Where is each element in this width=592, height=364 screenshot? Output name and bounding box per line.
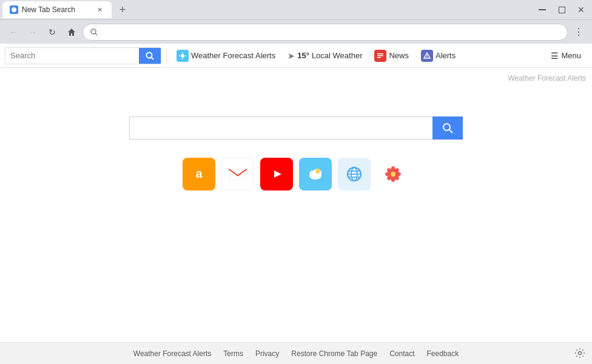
svg-point-7 — [181, 54, 184, 58]
svg-point-29 — [315, 169, 320, 174]
alerts-label: Alerts — [436, 51, 456, 60]
footer-privacy-link[interactable]: Privacy — [255, 349, 279, 358]
toolbar-search-input[interactable] — [5, 47, 139, 64]
weather-forecast-item[interactable]: Weather Forecast Alerts — [172, 47, 280, 64]
main-content: Weather Forecast Alerts a — [0, 68, 592, 342]
svg-rect-2 — [559, 7, 565, 13]
tab-title: New Tab Search — [22, 5, 75, 14]
news-item[interactable]: News — [369, 47, 414, 64]
settings-gear-icon[interactable] — [574, 347, 586, 359]
menu-button[interactable]: ☰ Menu — [545, 49, 587, 63]
footer-weather-link[interactable]: Weather Forecast Alerts — [133, 349, 212, 358]
quick-link-browser[interactable] — [338, 158, 371, 190]
svg-point-16 — [426, 57, 428, 58]
quick-link-youtube[interactable] — [260, 158, 293, 190]
quick-link-flower[interactable] — [377, 158, 409, 190]
svg-point-17 — [443, 124, 450, 130]
close-button[interactable]: ✕ — [573, 4, 590, 16]
svg-point-5 — [147, 52, 152, 58]
footer-terms-link[interactable]: Terms — [223, 349, 243, 358]
news-icon — [374, 50, 386, 62]
minimize-button[interactable] — [534, 4, 551, 16]
news-label: News — [389, 51, 409, 60]
alerts-icon — [421, 50, 433, 62]
menu-label: Menu — [561, 51, 581, 60]
url-bar[interactable] — [82, 24, 568, 41]
local-weather-item[interactable]: ➤ 15° Local Weather — [283, 49, 367, 63]
center-search — [0, 116, 592, 140]
more-options-button[interactable]: ⋮ — [570, 24, 587, 41]
svg-point-3 — [91, 29, 96, 34]
svg-rect-1 — [539, 9, 546, 10]
weather-forecast-label: Weather Forecast Alerts — [191, 51, 275, 60]
home-button[interactable] — [63, 24, 80, 41]
center-search-box — [129, 116, 463, 140]
window-controls: ✕ — [534, 4, 590, 16]
weather-forecast-link[interactable]: Weather Forecast Alerts — [508, 74, 587, 83]
toolbar: Weather Forecast Alerts ➤ 15° Local Weat… — [0, 44, 592, 68]
weather-forecast-icon — [177, 50, 189, 62]
hamburger-icon: ☰ — [551, 51, 559, 61]
svg-line-4 — [95, 33, 97, 35]
toolbar-search-box[interactable] — [5, 47, 161, 64]
forward-button[interactable]: → — [24, 24, 41, 41]
svg-point-47 — [579, 352, 582, 355]
tab-close-button[interactable]: ✕ — [95, 5, 104, 15]
title-bar: New Tab Search ✕ + ✕ — [0, 0, 592, 19]
new-tab-button[interactable]: + — [114, 1, 131, 18]
back-button[interactable]: ← — [5, 24, 22, 41]
alerts-item[interactable]: Alerts — [416, 47, 460, 64]
center-search-button[interactable] — [432, 116, 463, 140]
svg-point-46 — [391, 172, 395, 177]
svg-rect-12 — [377, 53, 383, 55]
footer-restore-link[interactable]: Restore Chrome Tab Page — [291, 349, 377, 358]
search-icon — [90, 29, 98, 36]
quick-link-gmail[interactable] — [221, 158, 254, 190]
browser-tab[interactable]: New Tab Search ✕ — [2, 1, 112, 18]
tab-favicon — [10, 5, 18, 14]
svg-point-0 — [12, 7, 16, 12]
temperature-label: 15° — [297, 51, 309, 60]
quick-links: a — [183, 158, 409, 190]
maximize-button[interactable] — [553, 4, 570, 16]
center-search-input[interactable] — [129, 116, 432, 140]
svg-line-18 — [449, 130, 452, 133]
footer: Weather Forecast Alerts Terms Privacy Re… — [0, 342, 592, 364]
local-weather-label: Local Weather — [312, 51, 363, 60]
browser-frame: New Tab Search ✕ + ✕ ← → ↻ ⋮ — [0, 0, 592, 364]
quick-link-amazon[interactable]: a — [183, 158, 215, 190]
toolbar-divider — [166, 49, 167, 63]
wind-icon: ➤ — [288, 51, 295, 61]
footer-feedback-link[interactable]: Feedback — [427, 349, 459, 358]
svg-line-6 — [152, 57, 154, 59]
reload-button[interactable]: ↻ — [44, 24, 61, 41]
svg-text:a: a — [195, 167, 203, 180]
address-bar: ← → ↻ ⋮ — [0, 19, 592, 44]
svg-rect-13 — [377, 55, 383, 56]
toolbar-search-button[interactable] — [139, 47, 161, 64]
svg-rect-14 — [377, 57, 381, 58]
footer-contact-link[interactable]: Contact — [389, 349, 414, 358]
quick-link-weather[interactable] — [299, 158, 332, 190]
